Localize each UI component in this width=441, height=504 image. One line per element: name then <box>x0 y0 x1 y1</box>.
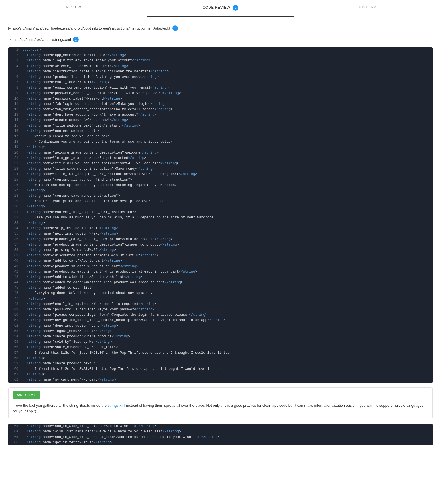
line-content: <string name="title_save_money_instructi… <box>18 166 433 172</box>
line-content: <string name="get_in_text">Get in</strin… <box>18 440 433 445</box>
line-content: <string name="product_card_content_descr… <box>18 237 433 242</box>
line-content: <string name="login_title">Let\'s enter … <box>18 58 433 63</box>
code-line: 56 <string name="share_discounted_produc… <box>8 345 433 350</box>
line-number: 21 <box>8 156 18 161</box>
code-line: 36 <string name="product_card_content_de… <box>8 237 433 242</box>
line-number: 39 <box>8 253 18 258</box>
code-line: 8 <string name="email_content_descriptio… <box>8 85 433 90</box>
code-line: 47 </string> <box>8 296 433 302</box>
code-line: 10 <string name="password_label">Passwor… <box>8 96 433 101</box>
code-line: 58 </string> <box>8 356 433 361</box>
line-number: 36 <box>8 237 18 242</box>
line-number: 66 <box>8 440 18 445</box>
code-line: 11 <string name="fab_login_content_descr… <box>8 101 433 107</box>
line-content: </string> <box>18 220 433 226</box>
line-number: 34 <box>8 226 18 231</box>
line-number: 9 <box>8 91 18 96</box>
code-block-bottom: 63 <string name="add_to_wish_list_button… <box>8 424 433 445</box>
line-number: 44 <box>8 280 18 285</box>
line-content: <string name="product_in_cart">Product i… <box>18 264 433 269</box>
code-line: 44 <string name="added_to_cart">Amazing!… <box>8 280 433 285</box>
line-content: </string> <box>18 188 433 193</box>
line-number: 57 <box>8 350 18 356</box>
line-number: 59 <box>8 361 18 366</box>
line-number: 52 <box>8 323 18 329</box>
code-line: 54 <string name="share_product">Share pr… <box>8 334 433 339</box>
main-content: ▶ app/src/main/java/dev/filipebezerra/an… <box>0 17 441 456</box>
line-number: 27 <box>8 188 18 193</box>
line-content: <string name="title_all_you_can_find_ins… <box>18 161 433 166</box>
code-line: 30 </string> <box>8 204 433 209</box>
code-line: 5 <string name="instruction_title">Let\'… <box>8 69 433 74</box>
tab-review[interactable]: REVIEW <box>0 0 147 17</box>
line-content: <string name="fab_main_content_descripti… <box>18 107 433 112</box>
code-line: 26 With an endless options to buy the be… <box>8 183 433 188</box>
file2-comment-count: 1 <box>73 37 79 42</box>
line-number: 16 <box>8 129 18 134</box>
line-number: 24 <box>8 172 18 177</box>
line-content: Everything done! We\'ll keep you posted … <box>18 291 433 296</box>
file-path-row-2[interactable]: ▼ app/src/main/res/values/strings.xml 1 <box>8 34 433 45</box>
tab-code-review[interactable]: CODE REVIEW 7 <box>147 0 294 17</box>
line-number: 60 <box>8 366 18 372</box>
line-number: 17 <box>8 134 18 139</box>
line-content: <string name="lets_get_started">Let\'s g… <box>18 156 433 161</box>
code-line: 57 I found this %1$s for just $%2$.0f in… <box>8 350 433 356</box>
line-number: 5 <box>8 69 18 74</box>
strings-xml-link[interactable]: strings.xml <box>108 403 125 408</box>
line-number: 54 <box>8 334 18 339</box>
line-content: <string name="content_all_you_can_find_i… <box>18 177 433 183</box>
line-content: </string> <box>18 356 433 361</box>
line-content: <string name="create_account">Create now… <box>18 118 433 123</box>
expanded-arrow-icon: ▼ <box>8 37 12 41</box>
line-number: 38 <box>8 247 18 253</box>
code-line: 53 <string name="logout_menu">Logout</st… <box>8 329 433 334</box>
code-line: 29 You tell your price and negotiate for… <box>8 199 433 204</box>
line-content: <string name="dont_have_account">Don\'t … <box>18 112 433 118</box>
code-line: 1<resources> <box>8 47 433 53</box>
line-number: 26 <box>8 183 18 188</box>
line-number: 43 <box>8 275 18 280</box>
line-content: <string name="content_welcome_text"> <box>18 129 433 134</box>
code-line: 55 <string name="sold_by">Sold by %s</st… <box>8 339 433 345</box>
line-number: 22 <box>8 161 18 166</box>
line-number: 61 <box>8 372 18 377</box>
line-content: <string name="content_save_money_instruc… <box>18 193 433 199</box>
line-number: 58 <box>8 356 18 361</box>
code-line: 42 <string name="product_already_in_cart… <box>8 269 433 275</box>
code-line: 34 <string name="skip_instruction">Skip<… <box>8 226 433 231</box>
line-content: <string name="email_label">Email</string… <box>18 80 433 85</box>
line-number: 41 <box>8 264 18 269</box>
tab-history[interactable]: HISTORY <box>294 0 441 17</box>
line-content: <string name="sold_by">Sold by %s</strin… <box>18 339 433 345</box>
line-number: 10 <box>8 96 18 101</box>
code-line: 64 <string name="wish_list_name_hint">Gi… <box>8 429 433 434</box>
line-number: 42 <box>8 269 18 275</box>
line-number: 40 <box>8 258 18 264</box>
code-line: 25 <string name="content_all_you_can_fin… <box>8 177 433 183</box>
line-content: Here you can buy as much as you can or w… <box>18 215 433 220</box>
line-content: <string name="share_product">Share produ… <box>18 334 433 339</box>
code-line: 43 <string name="add_to_wish_list">Add t… <box>8 275 433 280</box>
code-line: 14 <string name="create_account">Create … <box>8 118 433 123</box>
line-content: <string name="next_instruction">Next</st… <box>18 231 433 236</box>
line-number: 56 <box>8 345 18 350</box>
line-content: <string name="wish_list_name_hint">Give … <box>18 429 433 434</box>
line-number: 18 <box>8 139 18 145</box>
line-content: <string name="add_to_cart">Add to cart</… <box>18 258 433 264</box>
line-number: 65 <box>8 435 18 440</box>
line-content: </string> <box>18 296 433 302</box>
line-number: 49 <box>8 307 18 312</box>
collapsed-arrow-icon: ▶ <box>8 26 11 30</box>
tab-code-review-badge: 7 <box>233 5 238 11</box>
line-content: <string name="product_list_title">Anythi… <box>18 74 433 80</box>
line-content: I found this %1$s for just $%2$.0f in th… <box>18 350 433 356</box>
code-line: 2 <string name="app_name">Pop Thrift sto… <box>8 53 433 58</box>
code-line: 40 <string name="add_to_cart">Add to car… <box>8 258 433 264</box>
line-content: <string name="add_to_wish_list_content_d… <box>18 435 433 440</box>
code-line: 52 <string name="done_instruction">Done<… <box>8 323 433 329</box>
file-path-row-1[interactable]: ▶ app/src/main/java/dev/filipebezerra/an… <box>8 23 433 34</box>
code-line: 20 <string name="welcome_image_content_d… <box>8 150 433 156</box>
line-content: <string name="content_full_shopping_cart… <box>18 210 433 215</box>
line-number: 11 <box>8 101 18 107</box>
